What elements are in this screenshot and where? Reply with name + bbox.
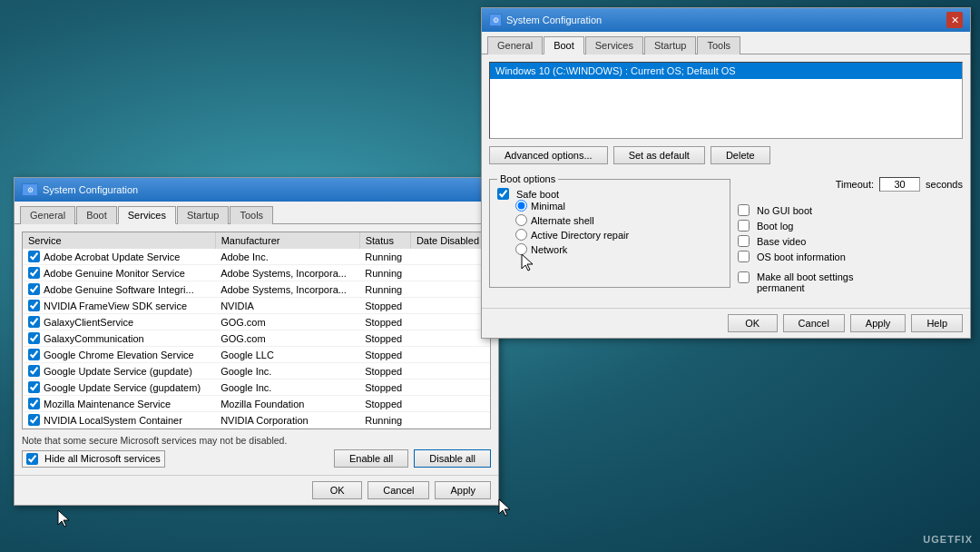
make-permanent-checkbox[interactable] — [738, 271, 750, 283]
tab-boot[interactable]: Boot — [76, 206, 117, 224]
boot-options-section: Boot options Safe boot Minimal Alternate… — [489, 173, 963, 293]
tab-services[interactable]: Services — [118, 206, 176, 224]
no-gui-checkbox[interactable] — [738, 204, 750, 216]
services-apply-button[interactable]: Apply — [435, 481, 491, 499]
svc-status-cell: Running — [359, 412, 410, 429]
network-radio[interactable] — [515, 243, 527, 255]
services-note: Note that some secure Microsoft services… — [22, 435, 491, 446]
enable-all-button[interactable]: Enable all — [334, 449, 408, 468]
base-video-label: Base video — [757, 236, 806, 247]
disable-all-button[interactable]: Disable all — [414, 449, 491, 468]
close-button[interactable]: ✕ — [946, 12, 963, 28]
minimal-radio[interactable] — [515, 200, 527, 212]
make-permanent-label[interactable]: Make all boot settings permanent — [738, 271, 856, 293]
svc-checkbox-7[interactable] — [28, 365, 40, 377]
boot-cancel-button[interactable]: Cancel — [783, 314, 845, 332]
boot-apply-button[interactable]: Apply — [850, 314, 906, 332]
table-row[interactable]: Google Update Service (gupdatem)Google I… — [23, 380, 490, 396]
services-ok-button[interactable]: OK — [312, 481, 362, 499]
advanced-options-button[interactable]: Advanced options... — [489, 146, 608, 164]
network-label: Network — [531, 244, 567, 255]
alternate-shell-radio[interactable] — [515, 214, 527, 226]
tab-general[interactable]: General — [20, 206, 75, 224]
svc-checkbox-4[interactable] — [28, 316, 40, 328]
table-row[interactable]: Adobe Genuine Software Integri...Adobe S… — [23, 281, 490, 298]
svc-checkbox-10[interactable] — [28, 414, 40, 426]
seconds-label: seconds — [926, 179, 963, 190]
svc-name-cell: GalaxyClientService — [23, 314, 215, 330]
table-row[interactable]: Adobe Acrobat Update ServiceAdobe Inc.Ru… — [23, 249, 490, 265]
boot-list-box[interactable]: Windows 10 (C:\WINDOWS) : Current OS; De… — [489, 62, 963, 139]
svc-manufacturer-cell: NVIDIA Corporation — [215, 429, 359, 430]
boot-dialog-title: System Configuration — [506, 15, 602, 25]
svc-checkbox-2[interactable] — [28, 283, 40, 295]
table-row[interactable]: GalaxyClientServiceGOG.comStopped — [23, 314, 490, 330]
boot-ok-button[interactable]: OK — [728, 314, 778, 332]
table-row[interactable]: Google Chrome Elevation ServiceGoogle LL… — [23, 347, 490, 363]
table-row[interactable]: Adobe Genuine Monitor ServiceAdobe Syste… — [23, 265, 490, 281]
svc-checkbox-1[interactable] — [28, 267, 40, 279]
svc-name-cell: Mozilla Maintenance Service — [23, 396, 215, 412]
svc-name-cell: GalaxyCommunication — [23, 330, 215, 347]
boot-action-buttons: Advanced options... Set as default Delet… — [489, 146, 963, 164]
table-row[interactable]: Google Update Service (gupdate)Google In… — [23, 363, 490, 380]
base-video-checkbox[interactable] — [738, 235, 750, 247]
svc-checkbox-9[interactable] — [28, 398, 40, 409]
boot-log-checkbox[interactable] — [738, 220, 750, 232]
tab-startup[interactable]: Startup — [177, 206, 229, 224]
services-table-container[interactable]: Service Manufacturer Status Date Disable… — [22, 232, 491, 429]
minimal-radio-item: Minimal — [515, 200, 722, 212]
boot-tab-services[interactable]: Services — [585, 36, 643, 54]
boot-tab-general[interactable]: General — [487, 36, 543, 54]
ad-repair-radio[interactable] — [515, 229, 527, 241]
svc-date-cell — [410, 380, 489, 396]
hide-ms-label[interactable]: Hide all Microsoft services — [22, 450, 165, 468]
boot-dialog-titlebar[interactable]: ⚙ System Configuration ✕ — [482, 8, 970, 32]
table-row[interactable]: NVIDIA LocalSystem ContainerNVIDIA Corpo… — [23, 412, 490, 429]
services-dialog-titlebar[interactable]: ⚙ System Configuration — [15, 178, 498, 202]
boot-help-button[interactable]: Help — [911, 314, 963, 332]
svc-status-cell: Stopped — [359, 380, 410, 396]
safe-boot-checkbox[interactable] — [497, 188, 509, 200]
timeout-input[interactable]: 30 — [879, 177, 920, 192]
col-status: Status — [359, 232, 410, 249]
hide-ms-checkbox[interactable] — [26, 453, 38, 465]
table-row[interactable]: NVIDIA FrameView SDK serviceNVIDIAStoppe… — [23, 298, 490, 314]
svc-manufacturer-cell: Google LLC — [215, 347, 359, 363]
boot-tab-tools[interactable]: Tools — [697, 36, 740, 54]
set-as-default-button[interactable]: Set as default — [613, 146, 705, 164]
svc-name-cell: Google Update Service (gupdatem) — [23, 380, 215, 396]
svc-name-cell: NVIDIA LocalSystem Container — [23, 412, 215, 429]
delete-button[interactable]: Delete — [710, 146, 770, 164]
svc-manufacturer-cell: NVIDIA Corporation — [215, 412, 359, 429]
svc-checkbox-0[interactable] — [28, 251, 40, 262]
table-row[interactable]: NVIDIA Display Container LSNVIDIA Corpor… — [23, 429, 490, 430]
table-row[interactable]: GalaxyCommunicationGOG.comStopped — [23, 330, 490, 347]
svc-manufacturer-cell: Google Inc. — [215, 380, 359, 396]
svc-manufacturer-cell: Adobe Systems, Incorpora... — [215, 265, 359, 281]
svc-checkbox-5[interactable] — [28, 332, 40, 344]
svc-checkbox-8[interactable] — [28, 381, 40, 393]
boot-entry[interactable]: Windows 10 (C:\WINDOWS) : Current OS; De… — [490, 63, 962, 79]
boot-tab-boot[interactable]: Boot — [544, 36, 584, 54]
make-permanent-text: Make all boot settings permanent — [757, 271, 856, 293]
svc-date-cell — [410, 412, 489, 429]
svc-date-cell — [410, 249, 489, 265]
services-dialog-icon: ⚙ — [22, 183, 38, 196]
table-row[interactable]: Mozilla Maintenance ServiceMozilla Found… — [23, 396, 490, 412]
enable-disable-buttons: Enable all Disable all — [334, 449, 491, 468]
tab-tools[interactable]: Tools — [230, 206, 273, 224]
svc-status-cell: Stopped — [359, 396, 410, 412]
services-dialog-title: System Configuration — [43, 184, 138, 195]
services-cancel-button[interactable]: Cancel — [368, 481, 429, 499]
base-video-check-item: Base video — [738, 235, 963, 247]
radio-group: Minimal Alternate shell Active Directory… — [515, 200, 722, 255]
boot-log-check-item: Boot log — [738, 220, 963, 232]
boot-tab-startup[interactable]: Startup — [644, 36, 696, 54]
services-table: Service Manufacturer Status Date Disable… — [23, 232, 490, 429]
os-boot-info-checkbox[interactable] — [738, 251, 750, 262]
services-dialog: ⚙ System Configuration General Boot Serv… — [14, 177, 499, 506]
svc-checkbox-3[interactable] — [28, 300, 40, 311]
svc-checkbox-6[interactable] — [28, 349, 40, 360]
boot-dialog-icon: ⚙ — [489, 14, 502, 26]
